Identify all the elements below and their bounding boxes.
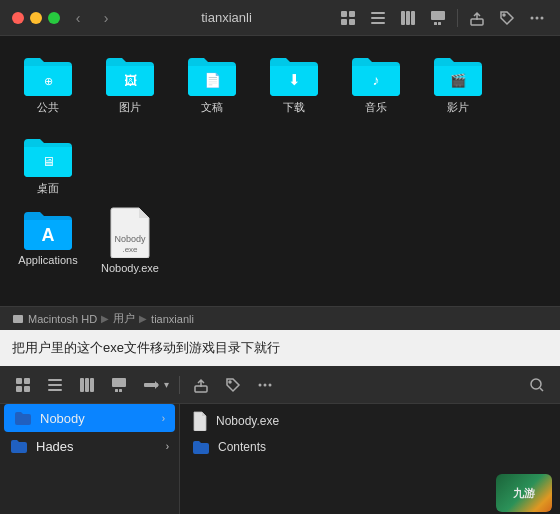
folder-item-applications[interactable]: A Applications: [16, 206, 80, 274]
folder-item-yingpian[interactable]: 🎬 影片: [426, 52, 490, 115]
svg-rect-12: [438, 22, 441, 25]
bottom-share-icon[interactable]: [190, 374, 212, 396]
contents-folder-icon: [192, 440, 210, 454]
maximize-button[interactable]: [48, 12, 60, 24]
svg-text:.exe: .exe: [122, 245, 138, 254]
bottom-toolbar-sep: [179, 376, 180, 394]
folder-label-gongong: 公共: [37, 100, 59, 115]
more-icon[interactable]: [526, 7, 548, 29]
svg-rect-9: [411, 11, 415, 25]
svg-rect-36: [80, 378, 84, 392]
svg-point-47: [264, 383, 267, 386]
bottom-view-list-icon[interactable]: [44, 374, 66, 396]
share-icon[interactable]: [466, 7, 488, 29]
svg-text:🖥: 🖥: [42, 154, 55, 169]
folder-item-hades[interactable]: Hades ›: [0, 432, 179, 460]
svg-point-16: [536, 16, 539, 19]
tag-icon[interactable]: [496, 7, 518, 29]
breadcrumb-sep-2: ▶: [139, 313, 147, 324]
bottom-view-gallery-icon[interactable]: [108, 374, 130, 396]
title-bar: ‹ › tianxianli: [0, 0, 560, 36]
watermark: 九游: [496, 474, 552, 512]
right-item-contents[interactable]: Contents: [180, 434, 560, 460]
svg-marker-43: [155, 381, 159, 389]
bottom-more-icon[interactable]: [140, 374, 162, 396]
instruction-text: 把用户里的这个exe文件移动到游戏目录下就行: [12, 339, 280, 357]
svg-point-48: [269, 383, 272, 386]
folder-label-tupian: 图片: [119, 100, 141, 115]
hades-folder-icon: [10, 439, 28, 453]
svg-text:A: A: [42, 225, 55, 245]
svg-point-45: [229, 381, 231, 383]
back-button[interactable]: ‹: [68, 8, 88, 28]
folder-item-zhuomian[interactable]: 🖥 桌面: [16, 133, 80, 196]
bottom-more-dropdown[interactable]: ▾: [140, 374, 169, 396]
folder-label-zhuomian: 桌面: [37, 181, 59, 196]
toolbar-separator: [457, 9, 458, 27]
bottom-search-icon[interactable]: [526, 374, 548, 396]
folder-label-applications: Applications: [18, 254, 77, 266]
forward-button[interactable]: ›: [96, 8, 116, 28]
watermark-text: 九游: [513, 486, 535, 501]
bottom-view-columns-icon[interactable]: [76, 374, 98, 396]
folder-item-nobody[interactable]: Nobody ›: [4, 404, 175, 432]
left-panel: Nobody › Hades ›: [0, 404, 180, 514]
minimize-button[interactable]: [30, 12, 42, 24]
folder-item-xiazai[interactable]: ⬇ 下载: [262, 52, 326, 115]
folder-item-gongong[interactable]: ⊕ 公共: [16, 52, 80, 115]
bottom-ellipsis-icon[interactable]: [254, 374, 276, 396]
folder-item-yinyue[interactable]: ♪ 音乐: [344, 52, 408, 115]
folder-label-yinyue: 音乐: [365, 100, 387, 115]
svg-rect-41: [119, 389, 122, 392]
svg-text:🎬: 🎬: [450, 72, 467, 89]
bottom-view-grid-icon[interactable]: [12, 374, 34, 396]
nobody-folder-icon: [14, 411, 32, 425]
view-grid-icon[interactable]: [337, 7, 359, 29]
traffic-lights: [12, 12, 60, 24]
svg-rect-32: [24, 386, 30, 392]
svg-rect-11: [434, 22, 437, 25]
svg-rect-29: [16, 378, 22, 384]
svg-text:♪: ♪: [373, 72, 380, 88]
folder-item-wengao[interactable]: 📄 文稿: [180, 52, 244, 115]
file-item-nobody-exe[interactable]: Nobody .exe Nobody.exe: [98, 206, 162, 274]
bottom-finder: ▾ Nobody ›: [0, 366, 560, 514]
breadcrumb-hd: Macintosh HD: [28, 313, 97, 325]
svg-text:⬇: ⬇: [288, 71, 301, 88]
breadcrumb-users: 用户: [113, 311, 135, 326]
folder-label-xiazai: 下载: [283, 100, 305, 115]
file-row-2: A Applications Nobody .exe Nobody.exe: [16, 206, 544, 274]
svg-point-49: [531, 379, 541, 389]
svg-rect-0: [341, 11, 347, 17]
right-label-nobody-exe: Nobody.exe: [216, 414, 279, 428]
view-list-icon[interactable]: [367, 7, 389, 29]
file-row-1: ⊕ 公共 🖼 图片 📄 文稿: [16, 52, 544, 196]
svg-rect-3: [349, 19, 355, 25]
svg-text:🖼: 🖼: [124, 73, 137, 88]
svg-rect-28: [13, 315, 23, 323]
close-button[interactable]: [12, 12, 24, 24]
nobody-folder-label: Nobody: [40, 411, 154, 426]
nobody-chevron-icon: ›: [162, 413, 165, 424]
svg-text:📄: 📄: [204, 72, 222, 89]
svg-rect-10: [431, 11, 445, 20]
view-gallery-icon[interactable]: [427, 7, 449, 29]
view-columns-icon[interactable]: [397, 7, 419, 29]
right-item-nobody-exe[interactable]: Nobody.exe: [180, 408, 560, 434]
svg-rect-1: [349, 11, 355, 17]
hd-icon: [12, 314, 24, 324]
finder-window-top: ‹ › tianxianli: [0, 0, 560, 330]
svg-point-14: [503, 14, 505, 16]
exe-file-icon: [192, 411, 208, 431]
svg-rect-40: [115, 389, 118, 392]
svg-rect-31: [16, 386, 22, 392]
status-bar: Macintosh HD ▶ 用户 ▶ tianxianli: [0, 306, 560, 330]
svg-rect-6: [371, 22, 385, 24]
breadcrumb: Macintosh HD ▶ 用户 ▶ tianxianli: [12, 311, 194, 326]
bottom-tag-icon[interactable]: [222, 374, 244, 396]
svg-point-15: [531, 16, 534, 19]
folder-item-tupian[interactable]: 🖼 图片: [98, 52, 162, 115]
svg-rect-5: [371, 17, 385, 19]
svg-text:Nobody: Nobody: [114, 234, 146, 244]
svg-rect-30: [24, 378, 30, 384]
